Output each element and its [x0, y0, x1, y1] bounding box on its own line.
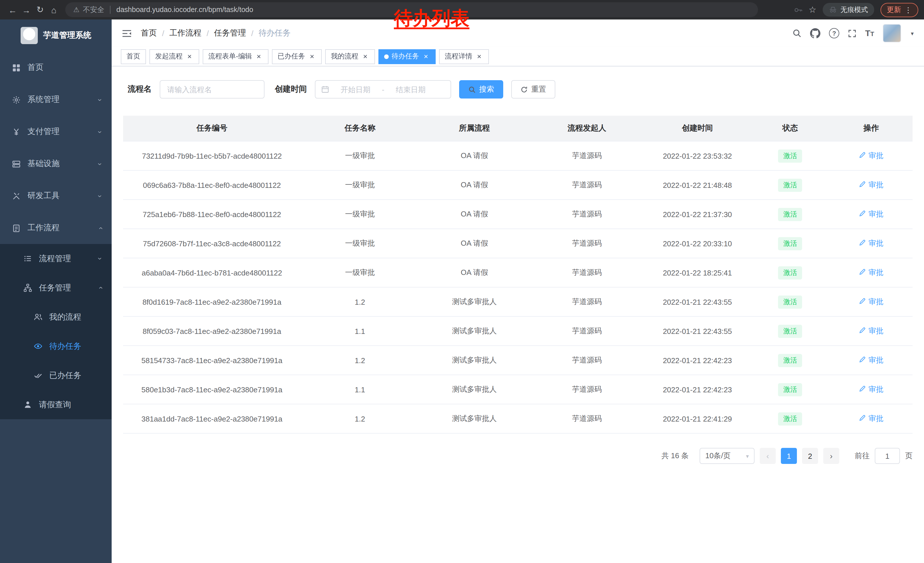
sidebar-item-工作流程[interactable]: 工作流程› [0, 212, 112, 244]
cell-initiator: 芋道源码 [530, 258, 644, 287]
tab-close-icon[interactable]: × [308, 53, 316, 60]
cell-create-time: 2022-01-21 22:41:29 [644, 404, 750, 433]
page-number-2[interactable]: 2 [802, 448, 818, 464]
tab-我的流程[interactable]: 我的流程× [325, 49, 375, 64]
tab-发起流程[interactable]: 发起流程× [149, 49, 199, 64]
fullscreen-icon[interactable] [848, 29, 856, 38]
cell-initiator: 芋道源码 [530, 346, 644, 375]
url-text: dashboard.yudao.iocoder.cn/bpm/task/todo [117, 6, 254, 14]
status-badge: 激活 [778, 208, 802, 221]
approve-link-label: 审批 [868, 355, 884, 365]
approve-link[interactable]: 审批 [859, 151, 884, 161]
approve-link[interactable]: 审批 [859, 180, 884, 190]
page-number-list: 12 [781, 448, 818, 464]
prev-page-button[interactable]: ‹ [760, 448, 776, 464]
sidebar-item-label: 首页 [27, 62, 44, 73]
approve-link[interactable]: 审批 [859, 267, 884, 278]
breadcrumb-item[interactable]: 任务管理 [214, 28, 246, 38]
browser-forward-icon[interactable]: → [20, 5, 33, 15]
sidebar-logo[interactable]: 芋道管理系统 [0, 20, 112, 51]
cell-task-id: 58154733-7ac8-11ec-a9e2-a2380e71991a [123, 346, 301, 375]
todo-task-table: 任务编号任务名称所属流程流程发起人创建时间状态操作 73211d9d-7b9b-… [123, 116, 912, 434]
header-actions: ? TT ▾ [792, 24, 914, 42]
tab-close-icon[interactable]: × [255, 53, 263, 60]
help-icon[interactable]: ? [829, 28, 839, 38]
approve-link[interactable]: 审批 [859, 384, 884, 395]
browser-home-icon[interactable]: ⌂ [47, 5, 61, 15]
tab-已办任务[interactable]: 已办任务× [272, 49, 322, 64]
cell-action: 审批 [830, 375, 912, 404]
refresh-icon [520, 86, 528, 93]
page-size-select[interactable]: 10条/页 ▾ [700, 448, 754, 464]
password-key-icon[interactable] [794, 6, 802, 14]
tab-流程详情[interactable]: 流程详情× [439, 49, 489, 64]
tab-close-icon[interactable]: × [186, 53, 194, 60]
user-icon [23, 400, 32, 409]
cell-task-id: 8f059c03-7ac8-11ec-a9e2-a2380e71991a [123, 317, 301, 346]
tab-close-icon[interactable]: × [361, 53, 369, 60]
user-avatar[interactable] [883, 24, 901, 42]
breadcrumb-item[interactable]: 工作流程 [170, 28, 201, 38]
sidebar-item-我的流程[interactable]: 我的流程 [0, 302, 112, 332]
browser-back-icon[interactable]: ← [6, 5, 20, 15]
gear-icon [12, 95, 21, 104]
cell-process: OA 请假 [419, 141, 530, 170]
bookmark-star-icon[interactable]: ☆ [808, 5, 816, 15]
table-row: 58154733-7ac8-11ec-a9e2-a2380e71991a1.2测… [123, 346, 912, 375]
approve-link-label: 审批 [868, 267, 884, 278]
search-icon[interactable] [792, 29, 801, 38]
tab-close-icon[interactable]: × [422, 53, 430, 60]
browser-menu-dots-icon[interactable]: ⋮ [904, 6, 912, 14]
table-row: 73211d9d-7b9b-11ec-b5b7-acde48001122一级审批… [123, 141, 912, 170]
date-range-picker[interactable]: - [315, 80, 451, 99]
font-size-icon[interactable]: TT [865, 28, 874, 38]
sidebar-item-请假查询[interactable]: 请假查询 [0, 390, 112, 419]
cell-task-id: a6aba0a4-7b6d-11ec-b781-acde48001122 [123, 258, 301, 287]
eye-icon [33, 342, 42, 351]
range-separator: - [382, 85, 384, 94]
cell-create-time: 2022-01-22 21:48:48 [644, 170, 750, 200]
edit-pen-icon [859, 385, 866, 394]
sidebar-item-研发工具[interactable]: 研发工具› [0, 180, 112, 212]
approve-link[interactable]: 审批 [859, 238, 884, 249]
approve-link[interactable]: 审批 [859, 326, 884, 336]
approve-link[interactable]: 审批 [859, 297, 884, 307]
cell-task-id: 73211d9d-7b9b-11ec-b5b7-acde48001122 [123, 141, 301, 170]
tab-close-icon[interactable]: × [475, 53, 483, 60]
sidebar-item-待办任务[interactable]: 待办任务 [0, 332, 112, 361]
process-name-input[interactable] [160, 80, 264, 99]
tab-待办任务[interactable]: 待办任务× [378, 49, 436, 64]
tab-流程表单-编辑[interactable]: 流程表单-编辑× [202, 49, 268, 64]
sidebar-item-任务管理[interactable]: 任务管理› [0, 273, 112, 302]
browser-update-button[interactable]: 更新 ⋮ [880, 3, 918, 17]
goto-page-input[interactable] [875, 448, 900, 464]
search-button[interactable]: 搜索 [459, 80, 503, 99]
sidebar-collapse-icon[interactable] [122, 29, 132, 38]
sidebar-item-已办任务[interactable]: 已办任务 [0, 361, 112, 390]
end-date-input[interactable] [388, 84, 434, 94]
cell-create-time: 2022-01-21 22:42:23 [644, 375, 750, 404]
cell-action: 审批 [830, 229, 912, 258]
browser-refresh-icon[interactable]: ↻ [33, 5, 47, 15]
start-date-input[interactable] [333, 84, 378, 94]
tab-label: 首页 [126, 51, 140, 61]
github-icon[interactable] [810, 28, 820, 38]
table-row: 381aa1dd-7ac8-11ec-a9e2-a2380e71991a1.2测… [123, 404, 912, 433]
approve-link-label: 审批 [868, 151, 884, 161]
sidebar-item-支付管理[interactable]: 支付管理› [0, 116, 112, 148]
sidebar-item-首页[interactable]: 首页 [0, 51, 112, 84]
approve-link[interactable]: 审批 [859, 209, 884, 219]
sidebar-item-流程管理[interactable]: 流程管理› [0, 244, 112, 273]
approve-link[interactable]: 审批 [859, 355, 884, 365]
column-header-状态: 状态 [751, 116, 830, 141]
next-page-button[interactable]: › [823, 448, 839, 464]
tab-首页[interactable]: 首页 [121, 49, 146, 64]
approve-link[interactable]: 审批 [859, 413, 884, 424]
cell-initiator: 芋道源码 [530, 200, 644, 229]
page-number-1[interactable]: 1 [781, 448, 797, 464]
reset-button[interactable]: 重置 [511, 80, 555, 99]
sidebar-item-label: 我的流程 [49, 312, 81, 322]
breadcrumb-item[interactable]: 首页 [141, 28, 157, 38]
sidebar-item-基础设施[interactable]: 基础设施› [0, 148, 112, 180]
sidebar-item-系统管理[interactable]: 系统管理› [0, 84, 112, 116]
